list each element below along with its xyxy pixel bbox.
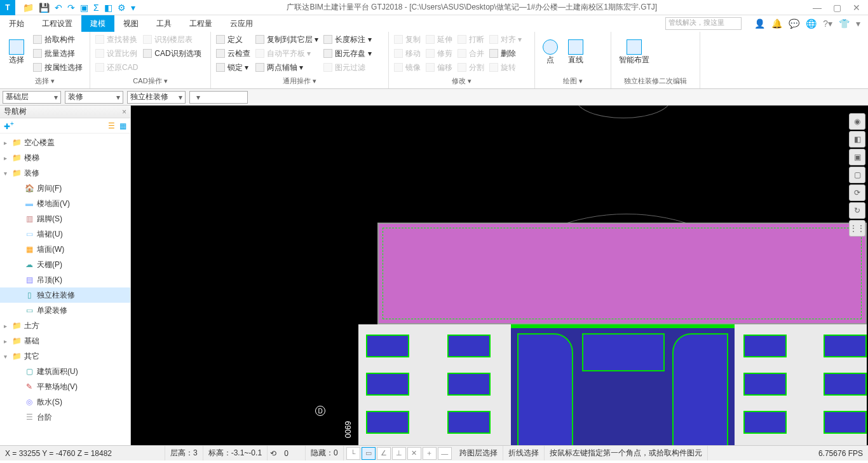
tree-node-other[interactable]: ▾📁其它 bbox=[0, 349, 130, 364]
tree-node-earthwork[interactable]: ▸📁土方 bbox=[0, 318, 130, 333]
status-rotation[interactable]: ⟲0 bbox=[268, 446, 306, 460]
trim-button[interactable]: 修剪 bbox=[424, 47, 454, 60]
tree-node-apron[interactable]: ◎散水(S) bbox=[0, 394, 130, 410]
tree-node-hollow-slab[interactable]: ▸📁空心楼盖 bbox=[0, 135, 130, 150]
rotate-button[interactable]: 旋转 bbox=[488, 61, 523, 74]
tree-node-skirting[interactable]: ▥踢脚(S) bbox=[0, 211, 130, 226]
extend-button[interactable]: 延伸 bbox=[424, 33, 454, 46]
status-polyline-select-button[interactable]: 折线选择 bbox=[503, 446, 545, 460]
view-settings-icon[interactable]: ⋮⋮ bbox=[849, 220, 865, 237]
copy-to-other-floor-button[interactable]: 复制到其它层 ▾ bbox=[254, 33, 320, 46]
status-cross-layer-button[interactable]: 跨图层选择 bbox=[454, 446, 503, 460]
tree-node-foundation[interactable]: ▸📁基础 bbox=[0, 333, 130, 349]
define-button[interactable]: 定义 bbox=[215, 33, 252, 46]
qat-settings-icon[interactable]: ⚙ bbox=[118, 3, 126, 13]
tree-node-suspended-ceiling[interactable]: ▤吊顶(K) bbox=[0, 272, 130, 287]
length-dim-button[interactable]: 长度标注 ▾ bbox=[322, 33, 372, 46]
component-name-dropdown[interactable] bbox=[189, 91, 248, 104]
tree-node-beam-finish[interactable]: ▭单梁装修 bbox=[0, 303, 130, 318]
view-cube-top-icon[interactable]: ▣ bbox=[849, 149, 865, 165]
tab-modeling[interactable]: 建模 bbox=[81, 15, 114, 32]
tree-node-building-area[interactable]: ▢建筑面积(U) bbox=[0, 364, 130, 379]
status-snap-angle-icon[interactable]: ∠ bbox=[377, 447, 391, 460]
lock-button[interactable]: 锁定 ▾ bbox=[215, 61, 252, 74]
group-select-label[interactable]: 选择 ▾ bbox=[4, 75, 86, 87]
qat-more-icon[interactable]: ▾ bbox=[131, 3, 135, 13]
globe-icon[interactable]: 🌐 bbox=[806, 18, 817, 29]
nav-list-view-icon[interactable]: ☰ bbox=[108, 121, 115, 130]
tab-tools[interactable]: 工具 bbox=[147, 15, 180, 32]
status-snap-perp-icon[interactable]: ⊥ bbox=[392, 447, 406, 460]
qat-open-icon[interactable]: 📁 bbox=[23, 3, 34, 13]
line-button[interactable]: 直线 bbox=[564, 33, 587, 71]
split-button[interactable]: 分割 bbox=[456, 61, 485, 74]
identify-floor-table-button[interactable]: 识别楼层表 bbox=[142, 33, 202, 46]
tree-node-column-finish[interactable]: ▯独立柱装修 bbox=[0, 287, 130, 303]
smart-layout-button[interactable]: 智能布置 bbox=[615, 33, 653, 71]
help-search-input[interactable]: 管线解决，搜这里 bbox=[665, 17, 742, 30]
qat-redo-icon[interactable]: ↷ bbox=[67, 3, 75, 13]
find-replace-button[interactable]: 查找替换 bbox=[94, 33, 139, 46]
tree-node-floor-finish[interactable]: ▬楼地面(V) bbox=[0, 196, 130, 211]
break-button[interactable]: 打断 bbox=[456, 33, 485, 46]
qat-save-icon[interactable]: 💾 bbox=[39, 3, 50, 13]
merge-button[interactable]: 合并 bbox=[456, 47, 485, 60]
nav-add-icon[interactable]: ✚+ bbox=[4, 120, 14, 131]
tree-node-wainscot[interactable]: ▭墙裙(U) bbox=[0, 226, 130, 242]
two-point-aux-axis-button[interactable]: 两点辅轴 ▾ bbox=[254, 61, 320, 74]
bell-icon[interactable]: 🔔 bbox=[771, 18, 782, 29]
view-rotate-icon[interactable]: ⟳ bbox=[849, 184, 865, 201]
align-button[interactable]: 对齐 ▾ bbox=[488, 33, 523, 46]
minimize-icon[interactable]: — bbox=[813, 3, 822, 13]
group-general-label[interactable]: 通用操作 ▾ bbox=[215, 75, 384, 87]
close-icon[interactable]: ✕ bbox=[853, 3, 860, 13]
qat-tool-icon[interactable]: ◧ bbox=[104, 3, 112, 13]
tab-project-settings[interactable]: 工程设置 bbox=[33, 15, 81, 32]
view-sphere-icon[interactable]: ◉ bbox=[849, 113, 865, 130]
tab-quantity[interactable]: 工程量 bbox=[180, 15, 221, 32]
view-refresh-icon[interactable]: ↻ bbox=[849, 202, 865, 219]
tab-view[interactable]: 视图 bbox=[114, 15, 147, 32]
category-dropdown[interactable]: 装修 bbox=[65, 91, 123, 104]
group-cad-label[interactable]: CAD操作 ▾ bbox=[94, 75, 207, 87]
view-cube-front-icon[interactable]: ▢ bbox=[849, 167, 865, 183]
subcategory-dropdown[interactable]: 独立柱装修 bbox=[127, 91, 186, 104]
tree-node-stair[interactable]: ▸📁楼梯 bbox=[0, 150, 130, 165]
select-button[interactable]: 选择 bbox=[4, 33, 29, 71]
batch-select-button[interactable]: 批量选择 bbox=[32, 47, 84, 60]
model-viewport[interactable]: D C B 1/A A 16200 6900 2500 D C B 1/A A … bbox=[131, 106, 868, 445]
group-draw-label[interactable]: 绘图 ▾ bbox=[539, 75, 607, 87]
chat-icon[interactable]: 💬 bbox=[789, 18, 799, 29]
auto-level-slab-button[interactable]: 自动平齐板 ▾ bbox=[254, 47, 320, 60]
select-by-property-button[interactable]: 按属性选择 bbox=[32, 61, 84, 74]
point-button[interactable]: 点 bbox=[539, 33, 562, 71]
nav-grid-view-icon[interactable]: ▦ bbox=[119, 121, 126, 130]
floor-dropdown[interactable]: 基础层 bbox=[3, 91, 61, 104]
status-snap-rect-icon[interactable]: ▭ bbox=[362, 447, 376, 460]
help-icon[interactable]: ?▾ bbox=[823, 18, 832, 29]
view-cube-iso-icon[interactable]: ◧ bbox=[849, 131, 865, 148]
tree-node-leveling[interactable]: ✎平整场地(V) bbox=[0, 379, 130, 394]
copy-button[interactable]: 复制 bbox=[393, 33, 422, 46]
group-modify-label[interactable]: 修改 ▾ bbox=[393, 75, 531, 87]
maximize-icon[interactable]: ▢ bbox=[833, 3, 841, 13]
status-snap-plus-icon[interactable]: ＋ bbox=[423, 447, 437, 460]
tab-cloud[interactable]: 云应用 bbox=[221, 15, 262, 32]
move-button[interactable]: 移动 bbox=[393, 47, 422, 60]
qat-region-icon[interactable]: ▣ bbox=[80, 3, 88, 13]
tree-node-wall-finish[interactable]: ▦墙面(W) bbox=[0, 242, 130, 257]
tree-node-room[interactable]: 🏠房间(F) bbox=[0, 181, 130, 196]
offset-button[interactable]: 偏移 bbox=[424, 61, 454, 74]
theme-icon[interactable]: 👕 bbox=[839, 18, 850, 29]
status-snap-endpoint-icon[interactable]: └ bbox=[346, 447, 360, 460]
restore-cad-button[interactable]: 还原CAD bbox=[94, 61, 139, 74]
user-icon[interactable]: 👤 bbox=[754, 18, 765, 29]
mirror-button[interactable]: 镜像 bbox=[393, 61, 422, 74]
element-filter-button[interactable]: 图元过滤 bbox=[322, 61, 372, 74]
tab-start[interactable]: 开始 bbox=[0, 15, 33, 32]
tree-node-ceiling[interactable]: ☁天棚(P) bbox=[0, 257, 130, 272]
pick-component-button[interactable]: 拾取构件 bbox=[32, 33, 84, 46]
element-save-button[interactable]: 图元存盘 ▾ bbox=[322, 47, 372, 60]
status-snap-line-icon[interactable]: — bbox=[438, 447, 452, 460]
skin-icon[interactable]: ▾ bbox=[856, 18, 860, 29]
